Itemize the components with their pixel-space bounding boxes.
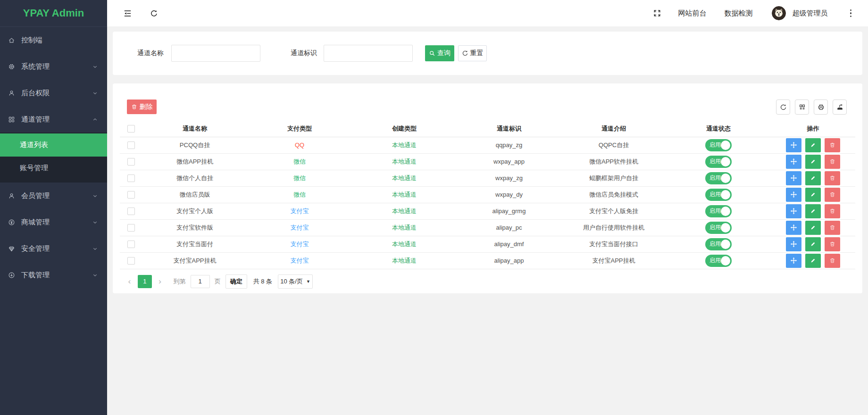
- edit-pencil-icon: [810, 191, 816, 198]
- page-size-select[interactable]: 10 条/页▼: [278, 274, 313, 289]
- row-edit-button[interactable]: [805, 221, 821, 235]
- status-toggle[interactable]: 启用: [705, 189, 732, 201]
- row-edit-button[interactable]: [805, 155, 821, 169]
- refresh-icon[interactable]: [150, 9, 158, 17]
- cell-create-type[interactable]: 本地通道: [352, 236, 457, 252]
- row-checkbox[interactable]: [127, 174, 135, 182]
- table-export-button[interactable]: [833, 100, 847, 115]
- avatar[interactable]: [772, 6, 786, 20]
- row-checkbox[interactable]: [127, 191, 135, 199]
- cell-pay-type: 支付宝: [247, 252, 352, 269]
- sidebar: YPAY Admin 控制端 系统管理 后台权限 通道管理 通道列表 账号管理 …: [0, 0, 107, 415]
- status-toggle[interactable]: 启用: [705, 156, 732, 168]
- cell-create-type[interactable]: 本地通道: [352, 186, 457, 203]
- row-move-button[interactable]: [786, 221, 801, 235]
- username[interactable]: 超级管理员: [793, 9, 828, 18]
- sidebar-item-download[interactable]: 下载管理: [0, 262, 107, 288]
- yen-coin-icon: [8, 219, 15, 226]
- row-edit-button[interactable]: [805, 188, 821, 202]
- prev-page-icon[interactable]: ‹: [128, 277, 131, 286]
- status-toggle[interactable]: 启用: [705, 205, 732, 217]
- grid-icon: [8, 116, 15, 123]
- cell-create-type[interactable]: 本地通道: [352, 137, 457, 153]
- row-edit-button[interactable]: [805, 138, 821, 152]
- cell-create-type[interactable]: 本地通道: [352, 153, 457, 170]
- row-delete-button[interactable]: [825, 204, 840, 218]
- row-move-button[interactable]: [786, 138, 801, 152]
- cell-channel-desc: 支付宝当面付接口: [561, 236, 666, 252]
- move-icon: [790, 241, 797, 248]
- cell-create-type[interactable]: 本地通道: [352, 219, 457, 236]
- row-checkbox[interactable]: [127, 158, 135, 166]
- confirm-page-button[interactable]: 确定: [225, 274, 247, 289]
- row-move-button[interactable]: [786, 204, 801, 218]
- next-page-icon[interactable]: ›: [159, 277, 162, 286]
- reset-button[interactable]: 重置: [458, 45, 487, 61]
- sidebar-item-security[interactable]: 安全管理: [0, 235, 107, 262]
- cell-channel-desc: 支付宝APP挂机: [561, 252, 666, 269]
- more-menu-icon[interactable]: [850, 9, 852, 17]
- sidebar-item-console[interactable]: 控制端: [0, 27, 107, 53]
- row-move-button[interactable]: [786, 188, 801, 202]
- row-delete-button[interactable]: [825, 138, 840, 152]
- row-delete-button[interactable]: [825, 155, 840, 169]
- row-edit-button[interactable]: [805, 254, 821, 268]
- row-checkbox[interactable]: [127, 241, 135, 248]
- delete-button[interactable]: 删除: [127, 100, 157, 114]
- status-toggle[interactable]: 启用: [705, 222, 732, 234]
- page-number-button[interactable]: 1: [138, 275, 152, 288]
- row-checkbox[interactable]: [127, 208, 135, 215]
- row-checkbox[interactable]: [127, 224, 135, 232]
- cell-create-type[interactable]: 本地通道: [352, 203, 457, 219]
- row-edit-button[interactable]: [805, 171, 821, 185]
- status-toggle-label: 启用: [709, 257, 721, 265]
- row-checkbox[interactable]: [127, 257, 135, 265]
- table-refresh-button[interactable]: [776, 100, 790, 115]
- row-delete-button[interactable]: [825, 171, 840, 185]
- status-toggle[interactable]: 启用: [705, 255, 732, 267]
- row-delete-button[interactable]: [825, 188, 840, 202]
- channel-name-input[interactable]: [171, 45, 260, 62]
- status-toggle[interactable]: 启用: [705, 172, 732, 184]
- main-area: 网站前台 数据检测 超级管理员 通道名称 通道标识 查询 重置: [107, 0, 868, 415]
- table-columns-button[interactable]: [795, 100, 809, 115]
- pagination: ‹ 1 › 到第 页 确定 共 8 条 10 条/页▼: [120, 269, 855, 289]
- row-delete-button[interactable]: [825, 237, 840, 251]
- status-toggle-label: 启用: [709, 191, 721, 199]
- move-icon: [790, 174, 797, 182]
- goto-page-input[interactable]: [191, 275, 210, 288]
- status-toggle[interactable]: 启用: [705, 238, 732, 250]
- row-move-button[interactable]: [786, 155, 801, 169]
- channel-code-input[interactable]: [324, 45, 413, 62]
- data-check-link[interactable]: 数据检测: [725, 9, 753, 18]
- cell-create-type[interactable]: 本地通道: [352, 252, 457, 269]
- sidebar-subitem-channel-list[interactable]: 通道列表: [0, 133, 107, 157]
- cell-create-type[interactable]: 本地通道: [352, 170, 457, 186]
- row-move-button[interactable]: [786, 254, 801, 268]
- sidebar-item-permission[interactable]: 后台权限: [0, 80, 107, 106]
- sidebar-item-channel[interactable]: 通道管理: [0, 106, 107, 133]
- search-button[interactable]: 查询: [425, 45, 454, 61]
- row-edit-button[interactable]: [805, 237, 821, 251]
- status-toggle-knob: [721, 223, 730, 232]
- row-delete-button[interactable]: [825, 221, 840, 235]
- trash-icon: [829, 191, 835, 198]
- row-checkbox[interactable]: [127, 141, 135, 149]
- table-print-button[interactable]: [814, 100, 828, 115]
- status-toggle[interactable]: 启用: [705, 139, 732, 151]
- collapse-menu-icon[interactable]: [123, 9, 132, 18]
- sidebar-item-system[interactable]: 系统管理: [0, 53, 107, 80]
- sidebar-subitem-account[interactable]: 账号管理: [0, 157, 107, 180]
- col-header-desc: 通道介绍: [561, 121, 666, 137]
- fullscreen-icon[interactable]: [653, 9, 661, 17]
- row-edit-button[interactable]: [805, 204, 821, 218]
- row-delete-button[interactable]: [825, 254, 840, 268]
- sidebar-item-member[interactable]: 会员管理: [0, 183, 107, 209]
- site-front-link[interactable]: 网站前台: [678, 9, 707, 18]
- cell-channel-name: 微信个人自挂: [142, 170, 247, 186]
- row-move-button[interactable]: [786, 171, 801, 185]
- select-all-checkbox[interactable]: [127, 125, 135, 133]
- sidebar-item-mall[interactable]: 商城管理: [0, 209, 107, 235]
- edit-pencil-icon: [810, 175, 816, 181]
- row-move-button[interactable]: [786, 237, 801, 251]
